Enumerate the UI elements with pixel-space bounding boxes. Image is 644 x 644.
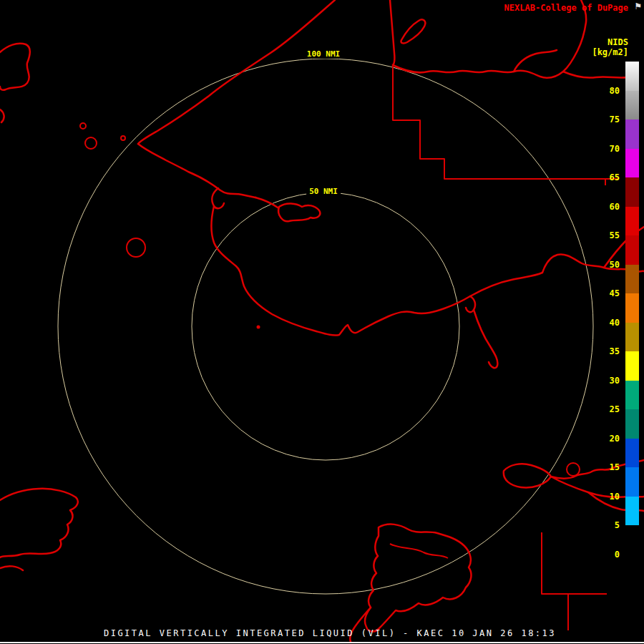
- range-ring-label-100nmi: 100 NMI: [304, 49, 343, 59]
- colorbar-segment-60-65: [625, 177, 639, 207]
- colorbar-segment-25-30: [625, 381, 639, 410]
- lake-outline: [278, 203, 320, 221]
- colorbar-segment-35-40: [625, 323, 639, 352]
- footer-line: [0, 642, 644, 643]
- colorbar-tick-80: 80: [610, 85, 620, 97]
- colorbar-segment-15-20: [625, 439, 639, 468]
- colorbar-segment-55-60: [625, 207, 639, 236]
- colorbar-tick-55: 55: [610, 230, 620, 241]
- colorbar-tick-60: 60: [610, 201, 620, 213]
- colorbar-tick-45: 45: [610, 288, 620, 299]
- islet-outline: [567, 463, 580, 476]
- coastline-path: [0, 566, 23, 570]
- colorbar-segment-10-15: [625, 467, 639, 497]
- legend-units: [kg/m2]: [592, 47, 628, 57]
- colorbar-tick-20: 20: [610, 433, 620, 444]
- river-path: [514, 50, 557, 72]
- coastline-path: [138, 144, 255, 197]
- colorbar-segment-45-50: [625, 265, 639, 294]
- colorbar: [625, 62, 639, 555]
- colorbar-tick-35: 35: [610, 346, 620, 357]
- colorbar-tick-75: 75: [610, 114, 620, 125]
- river-path: [390, 0, 394, 65]
- colorbar-segment-30-35: [625, 351, 639, 381]
- border-path: [393, 65, 618, 185]
- coastline-path: [390, 544, 448, 558]
- island-outline: [0, 489, 78, 557]
- colorbar-tick-15: 15: [610, 462, 620, 473]
- island-outline: [0, 44, 30, 90]
- brand-text: NEXLAB-College of DuPage: [504, 3, 628, 13]
- colorbar-segment-70-75: [625, 119, 639, 149]
- river-path: [401, 19, 425, 43]
- colorbar-tick-65: 65: [610, 172, 620, 183]
- colorbar-ticks: 80757065605550454035302520151050: [585, 62, 620, 562]
- colorbar-segment-50-55: [625, 235, 639, 265]
- radar-map: [0, 0, 644, 644]
- flag-icon: ⚑: [635, 0, 641, 11]
- islet-outline: [85, 137, 97, 149]
- colorbar-tick-40: 40: [610, 317, 620, 328]
- colorbar-tick-25: 25: [610, 404, 620, 415]
- colorbar-segment-20-25: [625, 409, 639, 439]
- legend-title: NIDS: [608, 37, 628, 47]
- coastline-path: [211, 206, 470, 336]
- islet-outline: [127, 238, 145, 257]
- islet-outline: [80, 123, 86, 129]
- islet-outline: [121, 136, 125, 140]
- range-rings: [58, 59, 593, 594]
- islet-dot: [257, 326, 260, 329]
- colorbar-tick-0: 0: [615, 549, 620, 560]
- range-ring-50nmi: [192, 192, 459, 460]
- colorbar-segment-0-5: [625, 525, 639, 555]
- colorbar-segment-80-85: [625, 62, 639, 91]
- colorbar-segment-5-10: [625, 497, 639, 526]
- colorbar-tick-50: 50: [610, 259, 620, 270]
- coastline-path: [0, 109, 4, 122]
- colorbar-tick-10: 10: [610, 491, 620, 502]
- colorbar-tick-70: 70: [610, 143, 620, 155]
- island-outline: [504, 464, 551, 487]
- range-ring-100nmi: [58, 59, 593, 594]
- political-borders: [393, 65, 618, 630]
- island-outline: [365, 525, 472, 632]
- river-path: [474, 310, 497, 368]
- colorbar-segment-65-70: [625, 149, 639, 178]
- range-ring-label-50nmi: 50 NMI: [306, 187, 341, 196]
- colorbar-segment-75-80: [625, 91, 639, 120]
- product-caption: DIGITAL VERTICALLY INTEGRATED LIQUID (VI…: [104, 628, 556, 638]
- coastlines: [0, 0, 644, 642]
- colorbar-tick-30: 30: [610, 375, 620, 386]
- coastline-path: [138, 0, 335, 144]
- radar-display: 100 NMI 50 NMI NEXLAB-College of DuPage …: [0, 0, 644, 644]
- colorbar-segment-40-45: [625, 293, 639, 323]
- colorbar-tick-5: 5: [615, 519, 620, 531]
